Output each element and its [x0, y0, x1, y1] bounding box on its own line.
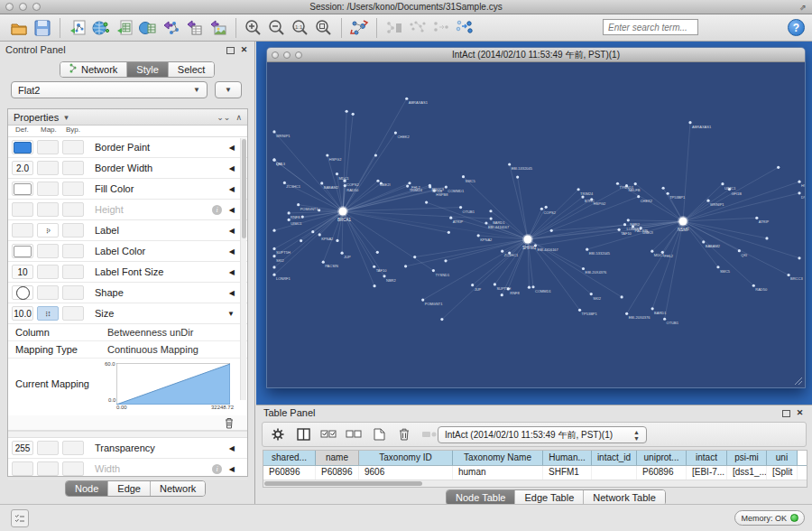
- network-intersect-button[interactable]: [429, 16, 453, 40]
- property-row-width[interactable]: Widthi◀: [8, 459, 247, 480]
- default-value-cell[interactable]: [12, 223, 33, 238]
- mapping-cell[interactable]: ⁝›: [37, 223, 59, 238]
- close-table-panel-icon[interactable]: ✕: [795, 408, 805, 418]
- mapping-cell[interactable]: [37, 182, 59, 196]
- default-value-cell[interactable]: 2.0: [12, 161, 33, 175]
- property-row-border-paint[interactable]: Border Paint◀: [8, 137, 247, 158]
- help-icon[interactable]: ?: [788, 19, 805, 36]
- mapping-cell[interactable]: [37, 161, 59, 175]
- table-row[interactable]: P60896P608969606humanSHFM1P60896[EBI-7..…: [263, 466, 807, 480]
- import-table-icon[interactable]: [421, 426, 438, 442]
- default-value-cell[interactable]: 10: [12, 265, 33, 279]
- table-cell[interactable]: P60896: [637, 466, 687, 480]
- property-row-height[interactable]: Heighti◀: [8, 200, 247, 220]
- memory-status-button[interactable]: Memory: OK: [734, 510, 805, 526]
- column-header-shared[interactable]: shared...: [263, 451, 316, 465]
- default-value-cell[interactable]: 10.0: [12, 306, 33, 321]
- default-value-cell[interactable]: [12, 182, 33, 196]
- column-header-intact_id[interactable]: intact_id: [592, 451, 637, 465]
- collapse-all-icon[interactable]: ∧: [235, 113, 242, 122]
- properties-menu-icon[interactable]: ▾: [64, 113, 69, 122]
- zoom-in-button[interactable]: [242, 16, 265, 40]
- delete-column-icon[interactable]: [396, 426, 412, 442]
- mapping-cell[interactable]: [37, 461, 59, 476]
- expand-row-icon[interactable]: ◀: [229, 465, 235, 473]
- mapping-cell[interactable]: ⁝↕: [37, 306, 59, 321]
- expand-row-icon[interactable]: ◀: [229, 247, 235, 256]
- property-row-fill-color[interactable]: Fill Color◀: [8, 179, 247, 200]
- mapping-cell[interactable]: [37, 140, 59, 154]
- table-cell[interactable]: human: [453, 466, 543, 480]
- expand-all-icon[interactable]: ⌄⌄: [217, 113, 230, 122]
- property-row-label-color[interactable]: Label Color◀: [8, 241, 247, 262]
- zoom-reset-button[interactable]: 1:1: [289, 16, 312, 40]
- table-cell[interactable]: [dss1_...: [727, 466, 767, 480]
- table-cell[interactable]: [Split: [767, 466, 798, 480]
- default-value-cell[interactable]: [12, 461, 33, 476]
- table-cell[interactable]: P60896: [316, 466, 359, 480]
- default-value-cell[interactable]: [12, 202, 33, 217]
- column-header-psimi[interactable]: psi-mi: [727, 451, 767, 465]
- expand-row-icon[interactable]: ◀: [229, 289, 235, 297]
- zoom-out-button[interactable]: [265, 16, 289, 40]
- unselect-all-columns-icon[interactable]: [346, 426, 362, 442]
- task-history-button[interactable]: [11, 509, 29, 527]
- new-network-button[interactable]: [160, 16, 183, 40]
- continuous-mapping-chart[interactable]: 60.0 0.0 0.00 32248.72: [107, 361, 234, 414]
- mapping-type-value[interactable]: Continuous Mapping: [107, 341, 247, 358]
- network-frame-titlebar[interactable]: IntAct (2014/02/10 11:53:49 午前, PST)(1): [267, 48, 805, 62]
- style-tab-node[interactable]: Node: [66, 481, 108, 496]
- expand-row-icon[interactable]: ◀: [229, 444, 235, 452]
- table-tab-edge-table[interactable]: Edge Table: [515, 490, 584, 505]
- expand-row-icon[interactable]: ◀: [229, 227, 235, 235]
- save-session-button[interactable]: [31, 16, 54, 40]
- property-row-size[interactable]: 10.0⁝↕Size▼: [8, 303, 247, 324]
- column-header-uniprot[interactable]: uniprot...: [637, 451, 687, 465]
- network-canvas[interactable]: CHEK2RNF8POMGNT1JUPLONRF1COMMD1KPNA2ZC3H…: [267, 62, 805, 387]
- tab-network[interactable]: Network: [60, 62, 127, 77]
- default-value-cell[interactable]: 255: [12, 441, 33, 455]
- new-table-button[interactable]: [183, 16, 207, 40]
- mapping-cell[interactable]: [37, 244, 59, 258]
- bypass-cell[interactable]: [62, 161, 84, 175]
- show-columns-icon[interactable]: [295, 426, 311, 442]
- default-value-cell[interactable]: [12, 285, 33, 300]
- tab-style[interactable]: Style: [127, 62, 168, 77]
- table-cell[interactable]: 9606: [359, 466, 453, 480]
- default-value-cell[interactable]: [12, 244, 33, 258]
- float-table-panel-icon[interactable]: [782, 410, 790, 417]
- column-header-TaxonomyName[interactable]: Taxonomy Name: [453, 451, 543, 465]
- bypass-cell[interactable]: [62, 140, 84, 154]
- table-cell[interactable]: SHFM1: [543, 466, 592, 480]
- search-input[interactable]: [603, 19, 698, 35]
- column-header-Human[interactable]: Human...: [543, 451, 592, 465]
- mapping-cell[interactable]: [37, 202, 59, 217]
- table-tab-network-table[interactable]: Network Table: [584, 490, 665, 505]
- import-network-web-button[interactable]: [89, 16, 113, 40]
- property-row-border-width[interactable]: 2.0Border Width◀: [8, 158, 247, 179]
- table-network-selector[interactable]: IntAct (2014/02/10 11:53:49 午前, PST)(1) …: [438, 426, 647, 443]
- close-panel-icon[interactable]: ✕: [239, 45, 249, 55]
- network-diff-button[interactable]: [406, 16, 429, 40]
- expand-row-icon[interactable]: ◀: [229, 185, 235, 193]
- float-panel-icon[interactable]: [226, 47, 235, 54]
- create-column-icon[interactable]: [371, 426, 387, 442]
- mapping-column-value[interactable]: Betweenness unDir: [107, 324, 247, 340]
- property-row-shape[interactable]: Shape◀: [8, 283, 247, 303]
- column-header-name[interactable]: name: [316, 451, 359, 465]
- bypass-cell[interactable]: [62, 265, 84, 279]
- style-tab-edge[interactable]: Edge: [108, 481, 151, 496]
- apply-layout-button[interactable]: [347, 16, 371, 40]
- import-network-file-button[interactable]: [66, 16, 89, 40]
- bypass-cell[interactable]: [62, 285, 84, 300]
- property-row-label-font-size[interactable]: 10Label Font Size◀: [8, 262, 247, 283]
- bypass-cell[interactable]: [62, 244, 84, 258]
- network-union-button[interactable]: [453, 16, 476, 40]
- column-header-TaxonomyID[interactable]: Taxonomy ID: [359, 451, 453, 465]
- style-selector[interactable]: Flat2 ▼: [11, 81, 208, 98]
- expand-row-icon[interactable]: ◀: [229, 144, 235, 152]
- bypass-cell[interactable]: [62, 306, 84, 321]
- table-cell[interactable]: [592, 466, 637, 480]
- network-merge-button[interactable]: [383, 16, 406, 40]
- table-tab-node-table[interactable]: Node Table: [447, 490, 515, 505]
